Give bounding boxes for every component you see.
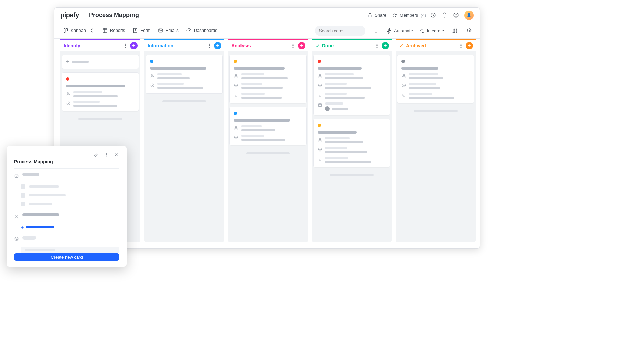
column-more-button[interactable] [206,42,213,49]
checklist-item[interactable] [21,193,119,198]
share-button[interactable]: Share [367,13,386,18]
more-vertical-icon [104,152,109,157]
svg-point-26 [68,103,69,104]
user-avatar[interactable]: 👤 [464,11,474,20]
column-body [228,51,308,242]
column-add-button[interactable]: + [382,42,389,49]
user-icon [318,137,322,142]
link-button[interactable] [93,152,99,158]
automate-button[interactable]: Automate [387,28,413,34]
card-field-line [409,93,432,95]
card-field-target [66,101,135,107]
svg-point-23 [125,47,126,47]
card-field-line [241,125,262,127]
card-field-target [318,147,386,153]
panel-more-button[interactable] [103,152,109,158]
column-more-button[interactable] [290,42,297,49]
kanban-card[interactable] [313,55,390,115]
help-button[interactable] [451,11,460,20]
kanban-card[interactable] [313,119,390,167]
column-add-button[interactable]: + [298,42,305,49]
column-title: Analysis [231,43,290,48]
column-title: Identify [64,43,122,48]
checklist-item[interactable] [21,184,119,189]
column-header: Analysis + [228,40,308,51]
status-dot [150,60,153,63]
kanban-card[interactable] [62,72,139,111]
card-field-line [325,137,350,139]
column-add-button[interactable]: + [466,42,473,49]
tab-reports[interactable]: Reports [100,23,128,38]
history-button[interactable] [429,11,437,20]
tab-emails[interactable]: Emails [155,23,181,38]
add-assignee-button[interactable]: + [21,224,119,230]
checklist-icon [14,173,19,178]
panel-close-button[interactable] [113,152,119,158]
brand-logo[interactable]: pipefy [60,11,79,19]
comment-input[interactable] [21,247,119,254]
tab-form[interactable]: Form [130,23,153,38]
svg-point-15 [454,31,455,31]
kanban-card[interactable] [229,55,307,103]
svg-point-60 [106,156,107,156]
svg-rect-5 [64,28,65,32]
card-field-line [409,83,436,85]
sort-icon [90,28,95,33]
search-input[interactable] [319,28,375,33]
card-title-placeholder [318,67,362,70]
card-field-money [318,93,386,99]
checklist-item[interactable] [21,202,119,206]
tab-dashboards[interactable]: Dashboards [183,23,220,38]
target-icon [234,135,238,140]
svg-rect-48 [318,104,321,107]
column-more-button[interactable] [374,42,380,49]
notifications-button[interactable] [440,11,449,20]
column-more-button[interactable] [458,42,464,49]
column-title: Information [148,43,206,48]
card-title-placeholder [150,67,206,70]
members-button[interactable]: Members (4) [392,13,426,18]
svg-point-16 [456,31,457,31]
column-add-button[interactable]: + [130,42,138,49]
user-icon [401,73,406,78]
card-field-line [325,147,347,149]
settings-button[interactable] [466,27,474,35]
tab-kanban[interactable]: Kanban [60,23,98,38]
card-field-money [401,93,470,99]
card-field-line [157,73,182,75]
search-box[interactable] [315,26,365,36]
card-field-line [325,141,363,143]
checkbox[interactable] [21,184,25,189]
card-field-line [325,157,348,159]
kanban-card[interactable] [397,55,474,103]
card-title-placeholder [401,67,438,70]
svg-point-12 [454,29,455,29]
card-field-line [241,97,282,99]
filter-button[interactable] [372,27,380,35]
card-field-line [325,161,371,163]
column-more-button[interactable] [122,42,129,49]
svg-point-17 [453,32,453,33]
kanban-card[interactable] [229,107,307,145]
svg-point-0 [394,14,395,15]
card-field-line [325,77,363,79]
column-add-button[interactable]: + [214,42,221,49]
integrate-button[interactable]: Integrate [420,28,444,34]
assignee-avatar [325,106,330,111]
svg-point-38 [236,85,236,86]
apps-button[interactable] [451,27,459,35]
card-field-line [409,97,454,99]
checkbox[interactable] [21,193,25,198]
svg-rect-6 [66,28,67,31]
new-card-button[interactable]: + [62,55,139,69]
svg-point-39 [235,126,237,128]
user-icon [234,73,238,78]
svg-point-52 [461,44,461,44]
kanban-card[interactable] [146,55,223,94]
card-field-line [73,105,117,107]
svg-point-13 [456,29,457,29]
create-card-button[interactable]: Create new card [14,253,119,261]
form-icon [132,28,138,33]
checkbox[interactable] [21,202,25,206]
target-icon [318,83,322,88]
